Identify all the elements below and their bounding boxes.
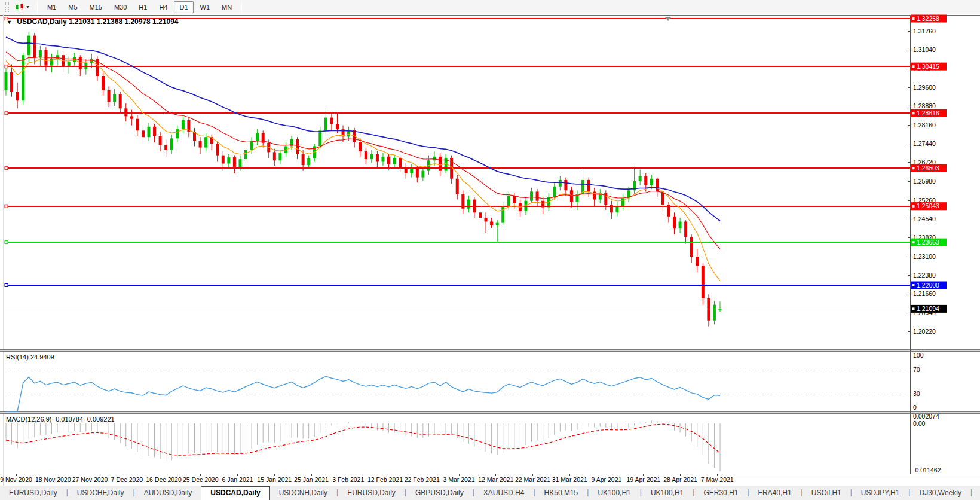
price-tick-label: 1.23100 [913,253,936,260]
price-tag-handle [912,205,915,208]
chart-tab-usoil-h1[interactable]: USOil,H1 [803,486,850,500]
chart-tab-usdchf-daily[interactable]: USDCHF,Daily [68,486,133,500]
price-tick-label: 1.28160 [913,121,936,129]
line-handle[interactable] [5,167,8,170]
price-tag-handle [912,167,915,169]
date-tick-label: 6 Jan 2021 [222,476,253,483]
line-handle[interactable] [5,112,8,115]
price-tag-label: 1.21094 [917,305,939,312]
timeframe-button-h1[interactable]: H1 [133,1,152,13]
price-tick-label: 1.25980 [913,178,936,185]
chart-tab-eurusd-daily[interactable]: EURUSD,Daily [338,486,405,500]
toolbar-grip[interactable] [5,2,9,12]
price-tag-label: 1.23653 [917,239,939,246]
line-handle[interactable] [5,241,8,244]
macd-axis-label: 0.002074 [913,413,939,420]
date-tick-label: 22 Mar 2021 [515,476,550,483]
date-tick-label: 28 Apr 2021 [663,476,697,483]
chart-type-button[interactable]: ▼ [13,2,32,13]
date-tick-label: 16 Dec 2020 [146,476,182,483]
chart-tab-audusd-daily[interactable]: AUDUSD,Daily [135,486,201,500]
chart-tab-dj30-weekly[interactable]: DJ30,Weekly [910,486,970,500]
chart-tab-gbpusd-daily[interactable]: GBPUSD,Daily [406,486,473,500]
chart-tab-usdcad-daily[interactable]: USDCAD,Daily [201,486,270,500]
timeframe-button-w1[interactable]: W1 [195,1,216,13]
date-tick-label: 3 Feb 2021 [332,476,364,483]
date-tick-label: 25 Dec 2020 [183,476,219,483]
price-tag-label: 1.30415 [917,63,939,70]
price-tag-label: 1.32258 [917,15,939,22]
price-tick-label: 1.21660 [913,290,936,297]
price-tick-label: 1.27440 [913,140,936,147]
quick-trade-toggle-icon[interactable]: ▼ [7,19,12,25]
rsi-axis-label: 100 [913,352,924,359]
chart-symbol-label: USDCAD,Daily [17,17,66,26]
chart-tab-ger30-h1[interactable]: GER30,H1 [694,486,747,500]
chart-tab-usdjpy-h1[interactable]: USDJPY,H1 [852,486,908,500]
date-tick-label: 25 Jan 2021 [294,476,329,483]
timeframe-button-m5[interactable]: M5 [63,1,82,13]
mt4-window: ▼ M1M5M15M30H1H4D1W1MN 1.317601.310401.3… [0,0,980,500]
chart-area[interactable]: 1.317601.310401.303201.296001.288801.281… [0,0,980,486]
rsi-axis-label: 30 [913,390,920,397]
price-tick-label: 1.22380 [913,272,936,279]
date-tick-label: 9 Nov 2020 [0,476,32,483]
chart-tab-eurusd-daily[interactable]: EURUSD,Daily [0,486,66,500]
date-tick-label: 31 Mar 2021 [552,476,587,483]
macd-axis-label: 0.00 [913,420,926,427]
date-tick-label: 9 Apr 2021 [592,476,622,483]
price-tick-label: 1.31760 [913,28,936,35]
price-tag-handle [912,307,915,310]
price-tick-label: 1.20220 [913,328,936,335]
line-handle[interactable] [5,65,8,68]
timeframe-button-m1[interactable]: M1 [42,1,62,13]
price-tag-label: 1.28616 [917,109,939,117]
chevron-down-icon: ▼ [26,5,30,9]
rsi-indicator-label: RSI(14) 24.9409 [6,353,54,361]
price-tick-label: 1.29600 [913,84,936,91]
toolbar-separator [37,2,38,13]
timeframe-button-m30[interactable]: M30 [109,1,132,13]
line-handle[interactable] [5,284,8,287]
candlestick-chart-icon [15,3,24,11]
macd-axis-label: -0.011462 [913,467,941,474]
date-tick-label: 22 Feb 2021 [405,476,440,483]
price-tag-handle [912,241,915,243]
price-tag-label: 1.25043 [917,202,939,209]
price-tag-label: 1.26503 [917,164,939,172]
toolbar-separator [241,2,242,13]
price-tick-label: 1.24540 [913,215,936,222]
date-tick-label: 27 Nov 2020 [72,476,108,483]
chart-background [0,14,980,486]
rsi-axis-label: 0 [913,404,917,411]
chart-tab-usdcnh-daily[interactable]: USDCNH,Daily [270,486,336,500]
date-tick-label: 18 Nov 2020 [35,476,71,483]
price-tag-handle [912,112,915,114]
macd-indicator-label: MACD(12,26,9) -0.010784 -0.009221 [6,416,115,423]
chart-tab-china300-h1[interactable]: CHINA300,H1 [972,486,980,500]
chart-tab-uk100-h1[interactable]: UK100,H1 [589,486,639,500]
chart-tab-hk50-m15[interactable]: HK50,M15 [535,486,587,500]
chart-tab-fra40-h1[interactable]: FRA40,H1 [749,486,801,500]
date-tick-label: 7 Dec 2020 [111,476,143,483]
timeframe-button-m15[interactable]: M15 [84,1,108,13]
rsi-axis-label: 70 [913,366,920,373]
date-tick-label: 3 Mar 2021 [443,476,474,483]
toolbar: ▼ M1M5M15M30H1H4D1W1MN [0,0,980,14]
chart-tab-xauusd-h4[interactable]: XAUUSD,H4 [474,486,534,500]
date-tick-label: 7 May 2021 [701,476,734,483]
line-handle[interactable] [5,205,8,208]
timeframe-button-h4[interactable]: H4 [154,1,173,13]
timeframe-button-mn[interactable]: MN [216,1,237,13]
chart-tab-uk100-h1[interactable]: UK100,H1 [642,486,693,500]
price-tag-handle [912,284,915,286]
date-tick-label: 19 Apr 2021 [626,476,660,483]
price-tag-handle [912,17,915,20]
date-tick-label: 15 Jan 2021 [257,476,292,483]
rsi-value: 24.9409 [30,353,54,361]
price-tag-handle [912,65,915,68]
price-tick-label: 1.28880 [913,102,936,109]
timeframe-button-d1[interactable]: D1 [174,1,193,13]
chart-ohlc-values: 1.21031 1.21368 1.20978 1.21094 [69,17,179,26]
chart-tab-bar: EURUSD,Daily|USDCHF,Daily|AUDUSD,DailyUS… [0,486,980,500]
